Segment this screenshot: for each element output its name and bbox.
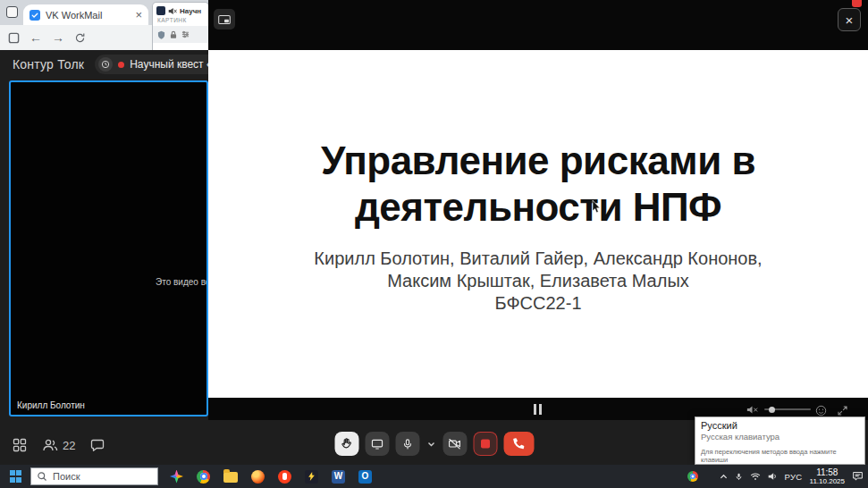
mini-tab-title: Научн <box>180 7 201 15</box>
slide-authors-line2: Максим Крыштак, Елизавета Малых <box>208 270 868 292</box>
chrome-icon[interactable] <box>197 470 210 484</box>
lock-icon[interactable] <box>170 30 177 39</box>
volume-slider[interactable] <box>764 408 811 410</box>
screen-share-button[interactable] <box>365 432 389 456</box>
widgets-icon[interactable] <box>170 470 183 484</box>
participants-count: 22 <box>63 439 75 452</box>
browser-panel-icon[interactable] <box>8 32 20 44</box>
people-icon <box>42 438 58 452</box>
end-call-button[interactable] <box>503 432 534 456</box>
volume-slider-handle[interactable] <box>769 407 775 413</box>
share-close-button[interactable]: × <box>838 8 861 31</box>
recording-dot <box>118 62 124 68</box>
hand-icon <box>340 437 353 450</box>
tray-date: 11.10.2025 <box>810 477 845 485</box>
volume-muted-icon[interactable] <box>746 404 759 416</box>
mouse-cursor <box>592 200 602 214</box>
phone-icon <box>512 437 526 450</box>
keyboard-name: Русская клавиатура <box>701 432 859 442</box>
tray-mic-icon[interactable] <box>735 472 743 482</box>
layout-grid-icon[interactable] <box>13 438 27 452</box>
windows-taskbar: Поиск W O <box>0 465 868 488</box>
mic-options-chevron-icon[interactable] <box>426 440 436 449</box>
screen-share-overlay: × Управление рисками в деятельности НПФ … <box>208 0 868 420</box>
file-explorer-icon[interactable] <box>223 472 238 483</box>
tray-app-icon[interactable] <box>687 471 698 482</box>
vk-workmail-favicon <box>29 10 40 21</box>
tab-audio-muted-icon <box>168 7 177 15</box>
search-placeholder: Поиск <box>53 471 80 482</box>
refresh-icon[interactable] <box>74 32 86 44</box>
pause-button[interactable] <box>534 404 542 415</box>
participants-button[interactable]: 22 <box>42 438 75 452</box>
window-menu-icon[interactable] <box>6 6 18 18</box>
video-overlay-text: Это видео во <box>156 277 208 287</box>
pip-button[interactable] <box>214 9 235 29</box>
participant-video-tile[interactable]: Это видео во Кирилл Болотин <box>9 80 208 416</box>
talk-left-toolbar: 22 <box>13 438 105 452</box>
slide-title-line2: деятельности НПФ <box>208 184 868 231</box>
search-icon <box>37 471 47 482</box>
yandex-browser-icon[interactable] <box>278 470 291 484</box>
tray-time: 11:58 <box>810 467 845 477</box>
tray-language-indicator[interactable]: РУС <box>785 472 803 482</box>
language-hint-line1: Для переключения методов ввода нажмите к… <box>701 448 859 464</box>
notification-dot <box>852 0 862 7</box>
presentation-slide: Управление рисками в деятельности НПФ Ки… <box>208 50 868 398</box>
slide-title: Управление рисками в деятельности НПФ <box>208 138 868 231</box>
shield-icon[interactable] <box>157 30 165 39</box>
mini-window-subtitle: КАРТИНК <box>153 15 208 23</box>
slide-authors: Кирилл Болотин, Виталий Гайер, Александр… <box>208 248 868 315</box>
mini-tab-favicon <box>156 6 165 15</box>
language-switcher-popup: Русский Русская клавиатура Для переключе… <box>695 416 865 465</box>
bolt-app-icon[interactable] <box>305 470 318 484</box>
meeting-timer-icon <box>98 57 113 72</box>
back-icon[interactable]: ← <box>29 31 42 44</box>
raise-hand-button[interactable] <box>334 432 358 456</box>
camera-button[interactable] <box>442 432 467 456</box>
microphone-button[interactable] <box>395 432 419 456</box>
stop-square-icon <box>480 439 490 449</box>
outlook-icon[interactable]: O <box>358 470 372 484</box>
app-title: Контур Толк <box>13 57 84 72</box>
camera-off-icon <box>448 437 462 450</box>
windows-logo-icon <box>10 470 22 483</box>
participant-name-label: Кирилл Болотин <box>17 400 85 410</box>
stop-recording-button[interactable] <box>473 432 497 456</box>
desktop-screen: VK WorkMail × ← → Научн КАРТИНК <box>0 0 868 488</box>
browser-tab-vk-workmail[interactable]: VK WorkMail × <box>23 4 148 25</box>
monitor-icon <box>370 438 383 450</box>
word-icon[interactable]: W <box>332 470 345 484</box>
tray-network-icon[interactable] <box>750 472 761 481</box>
slide-group: БФСС22-1 <box>208 292 868 315</box>
pip-icon <box>218 14 231 25</box>
taskbar-search[interactable]: Поиск <box>30 467 158 485</box>
extensions-sliders-icon[interactable] <box>181 30 190 38</box>
browser-tab-title: VK WorkMail <box>46 10 130 21</box>
language-name: Русский <box>701 420 859 431</box>
tab-close-icon[interactable]: × <box>135 9 142 21</box>
forward-icon[interactable]: → <box>52 31 64 44</box>
tray-chevron-icon[interactable] <box>720 474 728 480</box>
slide-authors-line1: Кирилл Болотин, Виталий Гайер, Александр… <box>208 248 868 270</box>
tray-volume-icon[interactable] <box>768 472 778 481</box>
system-tray: РУС 11:58 11.10.2025 <box>687 465 864 488</box>
tray-clock[interactable]: 11:58 11.10.2025 <box>810 467 845 485</box>
action-center-icon[interactable] <box>852 471 864 482</box>
slide-title-line1: Управление рисками в <box>208 138 868 184</box>
start-button[interactable] <box>4 465 28 488</box>
call-controls <box>334 432 534 456</box>
mini-browser-tab[interactable]: Научн <box>153 3 208 15</box>
mini-browser-toolbar <box>153 26 208 43</box>
mini-browser-window: Научн КАРТИНК <box>152 2 209 50</box>
firefox-icon[interactable] <box>251 470 265 484</box>
chat-icon[interactable] <box>90 438 105 452</box>
mic-icon <box>401 438 413 450</box>
taskbar-app-icons: W O <box>170 470 372 484</box>
reactions-icon[interactable] <box>815 405 827 416</box>
fullscreen-icon[interactable] <box>837 405 848 416</box>
